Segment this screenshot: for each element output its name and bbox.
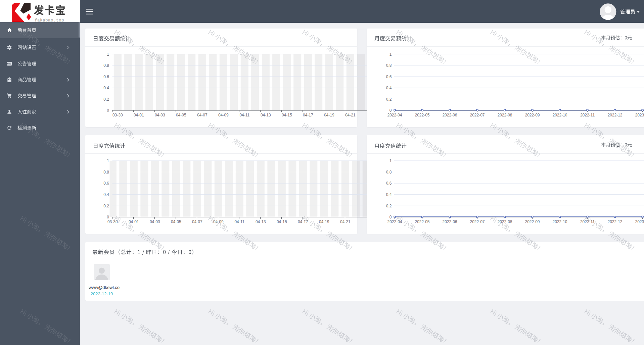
svg-text:2022-11: 2022-11 bbox=[580, 113, 595, 117]
svg-text:1: 1 bbox=[389, 52, 392, 57]
svg-text:0.4: 0.4 bbox=[386, 192, 392, 197]
svg-text:04-03: 04-03 bbox=[155, 113, 165, 117]
svg-text:03-30: 03-30 bbox=[112, 113, 123, 117]
svg-text:2022-10: 2022-10 bbox=[552, 113, 567, 117]
svg-text:04-15: 04-15 bbox=[277, 219, 287, 224]
svg-text:0.4: 0.4 bbox=[103, 192, 109, 197]
svg-text:0.8: 0.8 bbox=[103, 63, 109, 68]
svg-text:1: 1 bbox=[389, 158, 392, 163]
svg-text:04-01: 04-01 bbox=[134, 113, 144, 117]
svg-text:0.6: 0.6 bbox=[386, 181, 392, 186]
svg-text:0.8: 0.8 bbox=[386, 170, 392, 175]
svg-text:04-19: 04-19 bbox=[319, 219, 329, 224]
svg-text:0.2: 0.2 bbox=[103, 204, 109, 208]
svg-text:04-19: 04-19 bbox=[324, 113, 334, 117]
svg-text:2022-09: 2022-09 bbox=[525, 219, 540, 224]
svg-text:04-03: 04-03 bbox=[150, 219, 160, 224]
svg-text:2023-01: 2023-01 bbox=[635, 113, 644, 117]
svg-text:04-01: 04-01 bbox=[129, 219, 139, 224]
svg-text:04-07: 04-07 bbox=[197, 113, 208, 117]
svg-text:0: 0 bbox=[389, 108, 392, 113]
svg-text:2022-07: 2022-07 bbox=[470, 219, 485, 224]
svg-text:2022-10: 2022-10 bbox=[552, 219, 567, 224]
svg-text:04-11: 04-11 bbox=[239, 113, 249, 117]
svg-text:04-11: 04-11 bbox=[234, 219, 244, 224]
svg-text:0.4: 0.4 bbox=[103, 86, 109, 90]
svg-text:2022-12: 2022-12 bbox=[607, 113, 622, 117]
svg-text:04-15: 04-15 bbox=[282, 113, 292, 117]
svg-text:0.8: 0.8 bbox=[386, 63, 392, 68]
svg-text:04-21: 04-21 bbox=[340, 219, 351, 224]
svg-text:04-13: 04-13 bbox=[256, 219, 266, 224]
svg-text:2022-12-19: 2022-12-19 bbox=[91, 291, 113, 296]
svg-text:04-13: 04-13 bbox=[261, 113, 271, 117]
svg-text:2022-11: 2022-11 bbox=[580, 219, 595, 224]
svg-text:04-05: 04-05 bbox=[171, 219, 181, 224]
svg-text:2022-05: 2022-05 bbox=[415, 219, 429, 224]
svg-text:03-30: 03-30 bbox=[107, 219, 118, 224]
svg-text:0: 0 bbox=[389, 215, 392, 219]
svg-text:fakabao.top: fakabao.top bbox=[35, 18, 64, 23]
svg-text:04-05: 04-05 bbox=[176, 113, 186, 117]
svg-text:0: 0 bbox=[107, 108, 109, 113]
svg-text:0.6: 0.6 bbox=[103, 75, 109, 79]
svg-text:0.8: 0.8 bbox=[103, 170, 109, 175]
svg-text:1: 1 bbox=[107, 52, 109, 57]
svg-text:0.2: 0.2 bbox=[386, 204, 392, 208]
svg-text:2022-12: 2022-12 bbox=[607, 219, 622, 224]
svg-text:0.4: 0.4 bbox=[386, 86, 392, 90]
svg-text:2023-01: 2023-01 bbox=[635, 219, 644, 224]
svg-text:www@dkewl.com: www@dkewl.com bbox=[88, 285, 123, 290]
svg-text:2022-09: 2022-09 bbox=[525, 113, 540, 117]
svg-text:0.2: 0.2 bbox=[103, 97, 109, 102]
svg-text:04-07: 04-07 bbox=[192, 219, 202, 224]
svg-text:04-21: 04-21 bbox=[345, 113, 356, 117]
svg-text:0: 0 bbox=[107, 215, 109, 219]
svg-text:2022-08: 2022-08 bbox=[497, 113, 512, 117]
svg-text:2022-06: 2022-06 bbox=[442, 113, 457, 117]
svg-text:2022-05: 2022-05 bbox=[415, 113, 429, 117]
svg-text:2022-04: 2022-04 bbox=[387, 113, 402, 117]
svg-text:04-17: 04-17 bbox=[303, 113, 313, 117]
svg-text:0.2: 0.2 bbox=[386, 97, 392, 102]
svg-text:1: 1 bbox=[107, 158, 109, 163]
svg-text:0.6: 0.6 bbox=[103, 181, 109, 186]
svg-text:2022-07: 2022-07 bbox=[470, 113, 485, 117]
svg-text:04-09: 04-09 bbox=[218, 113, 229, 117]
svg-text:0.6: 0.6 bbox=[386, 75, 392, 79]
svg-text:2022-06: 2022-06 bbox=[442, 219, 457, 224]
